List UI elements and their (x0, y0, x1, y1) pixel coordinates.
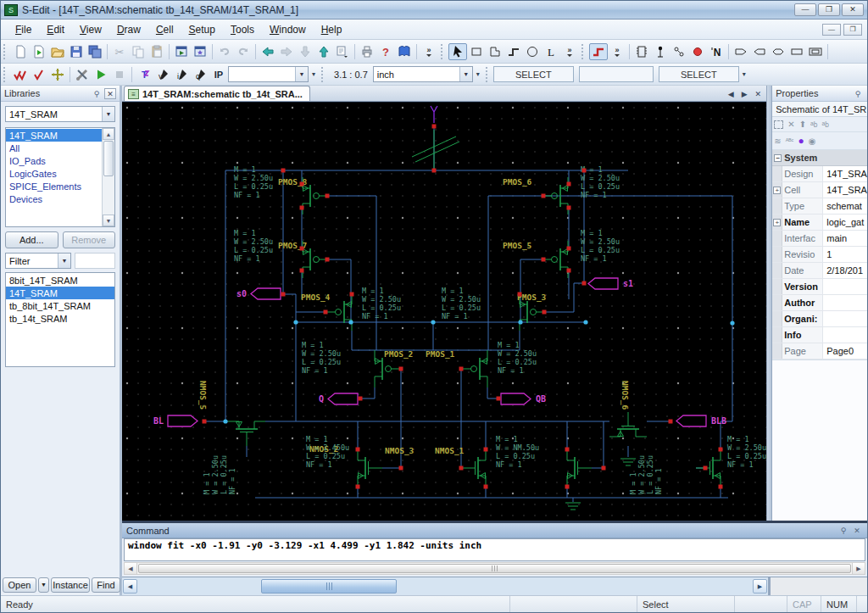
design-check-icon[interactable] (30, 66, 48, 83)
tab-close-icon[interactable]: ✕ (752, 88, 764, 99)
pin-icon[interactable]: ⚲ (852, 88, 864, 99)
property-value[interactable]: main (823, 231, 867, 246)
scrollbar-thumb[interactable] (138, 564, 851, 573)
menu-cell[interactable]: Cell (148, 21, 181, 38)
help-question-icon[interactable]: ? (376, 43, 395, 60)
close-button[interactable]: ✕ (842, 3, 864, 16)
pin-tool-icon[interactable] (651, 43, 670, 60)
manual-book-icon[interactable] (395, 43, 414, 60)
library-list-scrollbar[interactable]: ▲ ▼ (102, 128, 114, 226)
port-s0[interactable]: s0 (236, 288, 281, 299)
symbol-pin-tool-icon[interactable] (670, 43, 688, 60)
expand-icon[interactable]: + (773, 187, 781, 194)
port-out-icon[interactable] (750, 43, 769, 60)
property-value[interactable]: 2/18/201 (823, 263, 867, 278)
simulation-combo[interactable]: ▼ (228, 66, 309, 82)
property-value[interactable]: 14T_SRA (823, 166, 867, 181)
circle-tool-icon[interactable] (523, 43, 542, 60)
canvas-horizontal-scrollbar[interactable]: ◀ ▶ (122, 577, 771, 595)
label-tool-icon[interactable]: L (542, 43, 560, 60)
library-select-combo[interactable]: 14T_SRAM ▼ (5, 106, 115, 122)
probe-charge-icon[interactable]: q (191, 66, 209, 83)
property-row-type[interactable]: Typeschemat (772, 198, 867, 215)
instance-tool-icon[interactable] (632, 43, 651, 60)
instance-button[interactable]: Instance (51, 577, 90, 593)
paste-clipboard-icon[interactable] (147, 43, 166, 60)
save-floppy-icon[interactable] (67, 43, 86, 60)
property-value[interactable] (823, 327, 867, 343)
port-inout-icon[interactable] (769, 43, 787, 60)
polygon-tool-icon[interactable] (486, 43, 504, 60)
property-row-info[interactable]: Info (772, 327, 867, 343)
menu-file[interactable]: File (8, 21, 39, 38)
tab-scroll-right-icon[interactable]: ▶ (738, 88, 750, 99)
property-row-version[interactable]: Version (772, 279, 867, 295)
property-value[interactable]: 14T_SRA (823, 182, 867, 198)
probe-current-icon[interactable]: i (172, 66, 191, 83)
panel-splitter[interactable] (766, 86, 772, 521)
push-down-icon[interactable] (296, 43, 314, 60)
run-simulation-icon[interactable] (92, 66, 110, 83)
mdi-restore-button[interactable]: ❐ (843, 24, 862, 36)
overflow-chevron-icon[interactable]: » (420, 43, 438, 60)
stop-simulation-icon[interactable] (110, 66, 129, 83)
scroll-up-icon[interactable]: ▲ (103, 128, 114, 140)
print-printer-icon[interactable] (358, 43, 376, 60)
select-mode-right[interactable]: SELECT (659, 66, 739, 82)
export-dropdown-icon[interactable] (333, 43, 352, 60)
cell-item-tb_8bit_14t_sram[interactable]: tb_8bit_14T_SRAM (6, 299, 114, 312)
library-item-logicgates[interactable]: LogicGates (6, 167, 102, 180)
save-all-icon[interactable] (86, 43, 104, 60)
cell-item-8bit_14t_sram[interactable]: 8bit_14T_SRAM (6, 274, 114, 287)
toolbar-grip[interactable] (581, 44, 586, 59)
tspice-icon[interactable]: T (135, 66, 153, 83)
property-value[interactable] (823, 311, 867, 326)
prop-delete-icon[interactable]: ✕ (787, 120, 794, 129)
toolbar-grip[interactable] (321, 67, 326, 82)
scrollbar-thumb[interactable] (261, 579, 397, 593)
chevron-down-icon[interactable]: ▼ (295, 67, 308, 81)
pin-icon[interactable]: ⚲ (91, 88, 103, 99)
redo-arrow-icon[interactable] (234, 43, 253, 60)
menu-draw[interactable]: Draw (109, 21, 148, 38)
command-input-area[interactable]: window fit -x0 -1.91 -y0 -3.129 -x1 4.49… (124, 538, 865, 561)
open-cell-button[interactable]: Open (3, 577, 36, 593)
close-panel-icon[interactable]: ✕ (851, 525, 863, 536)
port-qb[interactable]: QB (501, 393, 546, 404)
chevron-down-icon[interactable]: ▼ (102, 107, 114, 121)
mdi-minimize-button[interactable]: — (822, 24, 841, 36)
property-row-name[interactable]: +Namelogic_gat (772, 215, 867, 231)
scroll-left-icon[interactable]: ◀ (125, 563, 137, 574)
rect-tool-icon[interactable] (467, 43, 486, 60)
wire-tool-icon[interactable] (589, 43, 608, 60)
property-row-page[interactable]: PagePage0 (772, 343, 867, 359)
filter-combo[interactable]: Filter ▼ (5, 253, 71, 269)
net-label-tool-icon[interactable]: N (707, 43, 726, 60)
schematic-canvas[interactable]: PMOS_8M = 1W = 2.50uL = 0.25uNF = 1PMOS_… (122, 102, 766, 521)
solder-dot-tool-icon[interactable] (688, 43, 707, 60)
scroll-right-icon[interactable]: ▶ (753, 579, 767, 593)
pin-icon[interactable]: ⚲ (837, 525, 849, 536)
toolbar-grip[interactable] (441, 44, 445, 59)
tab-14t-sram-schematic[interactable]: ≡ 14T_SRAM:schematic tb_14t_SRA... (124, 86, 310, 101)
prop-netlist-icon[interactable]: ≋ (774, 137, 781, 146)
prop-color-icon[interactable]: ● (798, 135, 804, 147)
menu-window[interactable]: Window (262, 21, 314, 38)
library-item-spice_elements[interactable]: SPICE_Elements (6, 180, 102, 192)
setup-tools-icon[interactable] (73, 66, 92, 83)
toolbar-overflow-icon[interactable]: ▾ (309, 70, 319, 78)
prop-visibility-icon[interactable]: ◉ (809, 137, 816, 146)
scroll-left-icon[interactable]: ◀ (123, 579, 137, 593)
cell-item-tb_14t_sram[interactable]: tb_14t_SRAM (6, 312, 114, 325)
ip-blocks-icon[interactable]: IP (209, 66, 228, 83)
units-combo[interactable]: inch▼ (373, 66, 473, 82)
new-design-icon[interactable] (30, 43, 48, 60)
property-row-revisio[interactable]: Revisio1 (772, 247, 867, 263)
property-row-date[interactable]: Date2/18/201 (772, 263, 867, 279)
toolbar-overflow-icon[interactable]: ▾ (473, 70, 483, 78)
library-item-io_pads[interactable]: IO_Pads (6, 154, 102, 167)
port-other-icon[interactable] (787, 43, 806, 60)
command-scrollbar[interactable]: ◀ ▶ (124, 562, 865, 575)
add-library-button[interactable]: Add... (5, 231, 58, 248)
chevron-down-icon[interactable]: ▼ (58, 254, 70, 268)
